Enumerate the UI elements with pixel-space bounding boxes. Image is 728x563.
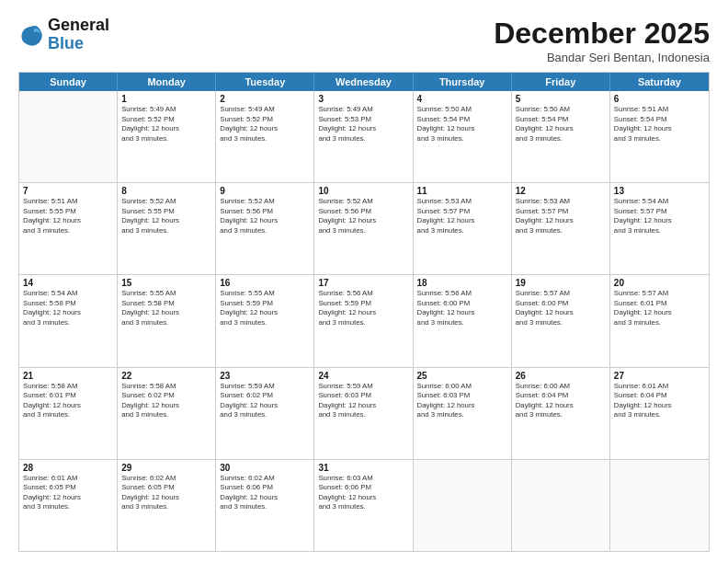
logo-icon [18, 22, 44, 48]
calendar-cell: 13Sunrise: 5:54 AM Sunset: 5:57 PM Dayli… [610, 183, 709, 274]
calendar-cell: 19Sunrise: 5:57 AM Sunset: 6:00 PM Dayli… [512, 275, 610, 366]
cell-date: 9 [220, 186, 310, 196]
location-subtitle: Bandar Seri Bentan, Indonesia [494, 51, 710, 64]
cell-info: Sunrise: 5:57 AM Sunset: 6:01 PM Dayligh… [614, 289, 705, 327]
calendar-cell: 8Sunrise: 5:52 AM Sunset: 5:55 PM Daylig… [118, 183, 216, 274]
calendar-cell: 6Sunrise: 5:51 AM Sunset: 5:54 PM Daylig… [610, 91, 709, 182]
cell-date: 10 [318, 186, 408, 196]
calendar-body: 1Sunrise: 5:49 AM Sunset: 5:52 PM Daylig… [19, 91, 709, 551]
cell-info: Sunrise: 6:02 AM Sunset: 6:06 PM Dayligh… [220, 474, 310, 512]
calendar-row-4: 28Sunrise: 6:01 AM Sunset: 6:05 PM Dayli… [19, 460, 709, 551]
cell-info: Sunrise: 5:52 AM Sunset: 5:56 PM Dayligh… [220, 197, 310, 236]
cell-date: 3 [318, 94, 408, 104]
calendar-cell: 5Sunrise: 5:50 AM Sunset: 5:54 PM Daylig… [512, 91, 610, 182]
calendar-cell: 3Sunrise: 5:49 AM Sunset: 5:53 PM Daylig… [314, 91, 413, 182]
calendar-row-1: 7Sunrise: 5:51 AM Sunset: 5:55 PM Daylig… [19, 183, 709, 275]
cell-info: Sunrise: 6:02 AM Sunset: 6:05 PM Dayligh… [121, 474, 211, 512]
cell-date: 8 [121, 186, 211, 196]
cell-date: 11 [417, 186, 507, 196]
month-title: December 2025 [494, 17, 710, 51]
calendar-cell [512, 460, 610, 551]
cell-info: Sunrise: 5:51 AM Sunset: 5:55 PM Dayligh… [23, 197, 113, 236]
calendar-cell: 2Sunrise: 5:49 AM Sunset: 5:52 PM Daylig… [216, 91, 314, 182]
cell-date: 7 [23, 186, 113, 196]
cell-date: 12 [516, 186, 606, 196]
calendar-cell: 26Sunrise: 6:00 AM Sunset: 6:04 PM Dayli… [512, 368, 610, 459]
cell-info: Sunrise: 5:54 AM Sunset: 5:58 PM Dayligh… [23, 289, 113, 327]
calendar-cell: 12Sunrise: 5:53 AM Sunset: 5:57 PM Dayli… [512, 183, 610, 274]
page: General Blue December 2025 Bandar Seri B… [0, 0, 728, 563]
header-day-friday: Friday [512, 73, 610, 91]
cell-info: Sunrise: 5:53 AM Sunset: 5:57 PM Dayligh… [417, 197, 507, 236]
cell-date: 24 [318, 371, 408, 381]
calendar-cell: 10Sunrise: 5:52 AM Sunset: 5:56 PM Dayli… [314, 183, 413, 274]
logo: General Blue [18, 17, 109, 53]
calendar-cell: 30Sunrise: 6:02 AM Sunset: 6:06 PM Dayli… [216, 460, 314, 551]
calendar-cell: 21Sunrise: 5:58 AM Sunset: 6:01 PM Dayli… [19, 368, 118, 459]
calendar-cell: 20Sunrise: 5:57 AM Sunset: 6:01 PM Dayli… [610, 275, 709, 366]
cell-info: Sunrise: 5:57 AM Sunset: 6:00 PM Dayligh… [516, 289, 606, 327]
cell-info: Sunrise: 6:01 AM Sunset: 6:05 PM Dayligh… [23, 474, 113, 512]
calendar-cell: 7Sunrise: 5:51 AM Sunset: 5:55 PM Daylig… [19, 183, 118, 274]
calendar-cell: 15Sunrise: 5:55 AM Sunset: 5:58 PM Dayli… [118, 275, 216, 366]
calendar-cell: 28Sunrise: 6:01 AM Sunset: 6:05 PM Dayli… [19, 460, 118, 551]
cell-date: 22 [121, 371, 211, 381]
cell-date: 18 [417, 278, 507, 288]
cell-info: Sunrise: 5:56 AM Sunset: 5:59 PM Dayligh… [318, 289, 408, 327]
cell-info: Sunrise: 5:58 AM Sunset: 6:02 PM Dayligh… [121, 382, 211, 420]
calendar-row-0: 1Sunrise: 5:49 AM Sunset: 5:52 PM Daylig… [19, 91, 709, 183]
cell-date: 2 [220, 94, 310, 104]
cell-date: 15 [121, 278, 211, 288]
calendar-cell: 1Sunrise: 5:49 AM Sunset: 5:52 PM Daylig… [118, 91, 216, 182]
cell-date: 23 [220, 371, 310, 381]
cell-date: 25 [417, 371, 507, 381]
calendar-cell: 16Sunrise: 5:55 AM Sunset: 5:59 PM Dayli… [216, 275, 314, 366]
cell-info: Sunrise: 6:00 AM Sunset: 6:03 PM Dayligh… [417, 382, 507, 420]
cell-info: Sunrise: 5:59 AM Sunset: 6:02 PM Dayligh… [220, 382, 310, 420]
calendar-cell: 29Sunrise: 6:02 AM Sunset: 6:05 PM Dayli… [118, 460, 216, 551]
header-day-saturday: Saturday [610, 73, 709, 91]
calendar-cell: 31Sunrise: 6:03 AM Sunset: 6:06 PM Dayli… [314, 460, 413, 551]
calendar-cell [610, 460, 709, 551]
cell-info: Sunrise: 5:51 AM Sunset: 5:54 PM Dayligh… [614, 105, 705, 144]
calendar-cell: 22Sunrise: 5:58 AM Sunset: 6:02 PM Dayli… [118, 368, 216, 459]
cell-date: 20 [614, 278, 705, 288]
calendar-cell: 23Sunrise: 5:59 AM Sunset: 6:02 PM Dayli… [216, 368, 314, 459]
header-day-wednesday: Wednesday [314, 73, 413, 91]
calendar: SundayMondayTuesdayWednesdayThursdayFrid… [18, 72, 710, 552]
cell-date: 4 [417, 94, 507, 104]
cell-date: 21 [23, 371, 113, 381]
cell-info: Sunrise: 6:01 AM Sunset: 6:04 PM Dayligh… [614, 382, 705, 420]
cell-info: Sunrise: 5:53 AM Sunset: 5:57 PM Dayligh… [516, 197, 606, 236]
cell-date: 31 [318, 463, 408, 473]
cell-date: 19 [516, 278, 606, 288]
calendar-cell: 27Sunrise: 6:01 AM Sunset: 6:04 PM Dayli… [610, 368, 709, 459]
cell-info: Sunrise: 5:55 AM Sunset: 5:58 PM Dayligh… [121, 289, 211, 327]
cell-date: 17 [318, 278, 408, 288]
cell-date: 29 [121, 463, 211, 473]
header-day-thursday: Thursday [414, 73, 512, 91]
calendar-row-3: 21Sunrise: 5:58 AM Sunset: 6:01 PM Dayli… [19, 368, 709, 460]
calendar-cell: 11Sunrise: 5:53 AM Sunset: 5:57 PM Dayli… [414, 183, 512, 274]
cell-info: Sunrise: 5:50 AM Sunset: 5:54 PM Dayligh… [516, 105, 606, 144]
cell-info: Sunrise: 5:52 AM Sunset: 5:55 PM Dayligh… [121, 197, 211, 236]
calendar-row-2: 14Sunrise: 5:54 AM Sunset: 5:58 PM Dayli… [19, 275, 709, 367]
calendar-cell [414, 460, 512, 551]
calendar-cell: 24Sunrise: 5:59 AM Sunset: 6:03 PM Dayli… [314, 368, 413, 459]
cell-date: 27 [614, 371, 705, 381]
cell-info: Sunrise: 5:59 AM Sunset: 6:03 PM Dayligh… [318, 382, 408, 420]
cell-date: 26 [516, 371, 606, 381]
cell-info: Sunrise: 6:03 AM Sunset: 6:06 PM Dayligh… [318, 474, 408, 512]
cell-info: Sunrise: 5:58 AM Sunset: 6:01 PM Dayligh… [23, 382, 113, 420]
cell-date: 14 [23, 278, 113, 288]
calendar-cell: 4Sunrise: 5:50 AM Sunset: 5:54 PM Daylig… [414, 91, 512, 182]
cell-info: Sunrise: 5:49 AM Sunset: 5:53 PM Dayligh… [318, 105, 408, 144]
cell-info: Sunrise: 5:50 AM Sunset: 5:54 PM Dayligh… [417, 105, 507, 144]
title-block: December 2025 Bandar Seri Bentan, Indone… [494, 17, 710, 64]
cell-date: 6 [614, 94, 705, 104]
cell-info: Sunrise: 6:00 AM Sunset: 6:04 PM Dayligh… [516, 382, 606, 420]
calendar-cell [19, 91, 118, 182]
header-day-sunday: Sunday [19, 73, 118, 91]
calendar-cell: 17Sunrise: 5:56 AM Sunset: 5:59 PM Dayli… [314, 275, 413, 366]
cell-info: Sunrise: 5:55 AM Sunset: 5:59 PM Dayligh… [220, 289, 310, 327]
